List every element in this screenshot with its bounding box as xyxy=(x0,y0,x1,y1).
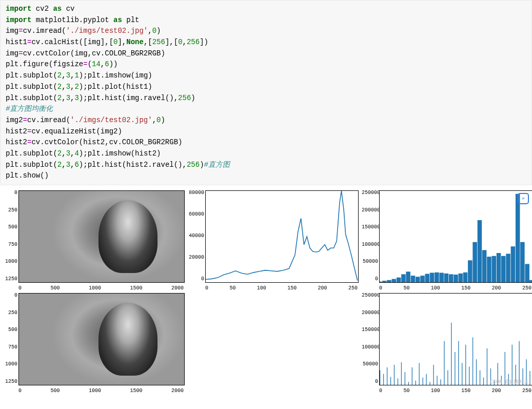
svg-rect-1 xyxy=(382,281,387,282)
svg-rect-38 xyxy=(398,378,398,385)
svg-rect-59 xyxy=(472,337,473,385)
svg-rect-56 xyxy=(462,363,462,385)
svg-rect-43 xyxy=(416,380,416,385)
subplot-4: 025050075010001250 0500100015002000 xyxy=(1,291,186,394)
svg-rect-46 xyxy=(426,374,426,385)
svg-rect-39 xyxy=(401,362,402,385)
svg-rect-44 xyxy=(419,363,420,385)
svg-rect-12 xyxy=(435,272,439,282)
svg-rect-13 xyxy=(439,273,444,282)
subplot-6-hist: 250000200000150000100000500000 CSDN @女娲补… xyxy=(362,291,532,394)
svg-rect-4 xyxy=(397,278,401,282)
svg-rect-25 xyxy=(497,253,501,282)
svg-rect-58 xyxy=(469,366,469,385)
svg-rect-35 xyxy=(387,367,387,385)
svg-rect-27 xyxy=(506,254,510,282)
svg-rect-26 xyxy=(501,256,506,282)
svg-rect-60 xyxy=(476,359,477,385)
svg-rect-31 xyxy=(525,264,529,282)
svg-rect-61 xyxy=(480,371,480,385)
svg-rect-63 xyxy=(487,348,487,385)
svg-rect-0 xyxy=(380,282,382,282)
svg-rect-49 xyxy=(437,376,437,385)
svg-rect-55 xyxy=(458,341,459,385)
svg-rect-54 xyxy=(455,352,455,385)
svg-rect-36 xyxy=(390,377,391,385)
subplot-3-hist: 250000200000150000100000500000 ⌕ 0501001… xyxy=(362,188,532,291)
svg-rect-33 xyxy=(380,371,380,385)
svg-rect-62 xyxy=(483,378,484,385)
svg-rect-45 xyxy=(423,378,423,385)
subplot-5-empty xyxy=(188,291,360,394)
svg-rect-17 xyxy=(459,274,463,282)
svg-rect-18 xyxy=(463,272,468,282)
svg-rect-22 xyxy=(482,250,487,282)
svg-rect-57 xyxy=(465,345,466,385)
svg-rect-2 xyxy=(387,280,391,282)
svg-rect-50 xyxy=(440,379,441,385)
svg-rect-30 xyxy=(520,242,525,282)
svg-rect-48 xyxy=(433,365,434,385)
svg-rect-16 xyxy=(454,275,458,282)
svg-rect-6 xyxy=(406,271,410,282)
svg-rect-8 xyxy=(416,277,420,282)
figure-grid: 025050075010001250 0500100015002000 8000… xyxy=(0,185,532,397)
svg-rect-29 xyxy=(516,194,520,282)
grayscale-image xyxy=(19,191,184,282)
svg-rect-3 xyxy=(392,279,397,282)
svg-rect-24 xyxy=(491,256,496,282)
watermark: CSDN @女娲补天 xyxy=(490,378,529,385)
svg-rect-34 xyxy=(383,374,384,385)
svg-rect-51 xyxy=(444,341,444,385)
svg-rect-7 xyxy=(411,276,416,282)
svg-rect-9 xyxy=(420,276,425,282)
svg-rect-32 xyxy=(529,280,532,282)
svg-rect-28 xyxy=(511,246,516,282)
svg-rect-41 xyxy=(408,382,409,385)
svg-rect-37 xyxy=(394,365,395,385)
svg-rect-75 xyxy=(529,371,530,385)
svg-rect-21 xyxy=(478,220,482,282)
svg-rect-23 xyxy=(487,257,491,282)
svg-rect-52 xyxy=(447,371,448,385)
svg-rect-11 xyxy=(430,273,435,282)
svg-rect-42 xyxy=(412,367,412,385)
equalized-image xyxy=(19,294,184,385)
svg-rect-10 xyxy=(425,274,430,282)
svg-rect-19 xyxy=(468,260,472,282)
code-block: import cv2 as cv import matplotlib.pyplo… xyxy=(0,0,532,185)
svg-rect-5 xyxy=(401,274,406,282)
svg-rect-47 xyxy=(429,382,430,385)
subplot-2-line: 800006000040000200000 050100150200250 xyxy=(188,188,360,291)
svg-rect-53 xyxy=(451,323,451,385)
focus-icon[interactable]: ⌕ xyxy=(518,193,529,204)
subplot-1: 025050075010001250 0500100015002000 xyxy=(1,188,186,291)
svg-rect-14 xyxy=(444,274,449,282)
svg-rect-15 xyxy=(449,274,454,282)
svg-rect-20 xyxy=(472,242,477,282)
svg-rect-40 xyxy=(405,372,405,385)
